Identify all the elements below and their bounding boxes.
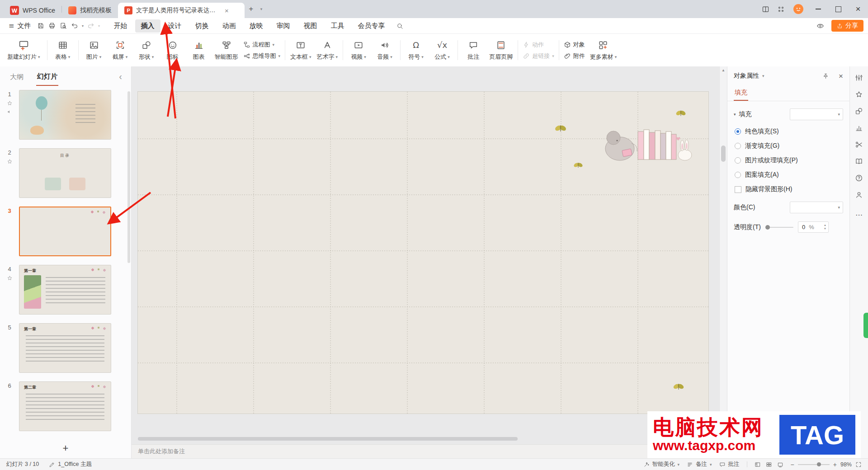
menu-tab-6[interactable]: 放映 <box>244 19 269 33</box>
close-panel-icon[interactable]: × <box>839 72 843 80</box>
menu-tab-1[interactable]: 开始 <box>108 19 133 33</box>
maximize-button[interactable] <box>828 0 848 18</box>
menu-tab-5[interactable]: 动画 <box>217 19 242 33</box>
fill-option-3[interactable]: 图片或纹理填充(P) <box>735 156 843 164</box>
ribbon-item-video[interactable]: 视频▾ <box>345 36 372 65</box>
zoom-in-button[interactable]: + <box>833 461 837 468</box>
fullscreen-icon[interactable] <box>855 461 862 468</box>
horizontal-scrollbar-thumb[interactable] <box>138 437 518 441</box>
zoom-slider[interactable] <box>798 464 830 465</box>
ribbon-item-table[interactable]: 表格▾ <box>50 36 76 65</box>
horizontal-scrollbar[interactable] <box>138 437 708 441</box>
redo-button[interactable] <box>85 20 97 32</box>
ribbon-item-audio[interactable]: 音频▾ <box>372 36 398 65</box>
ribbon-item-flowchart[interactable]: 流程图▾ <box>243 41 281 49</box>
ribbon-item-chart[interactable]: 图表 <box>186 36 212 65</box>
user-avatar[interactable] <box>793 4 804 14</box>
ribbon-item-textbox[interactable]: 文本框▾ <box>288 36 314 65</box>
beautify-button[interactable]: 智能美化 ▾ <box>643 461 680 468</box>
reading-view-button[interactable] <box>777 461 783 468</box>
minimize-button[interactable] <box>808 0 828 18</box>
ribbon-item-hyperlink[interactable]: 超链接▾ <box>523 52 554 60</box>
pin-icon[interactable] <box>822 73 829 80</box>
vertical-scrollbar-thumb[interactable] <box>721 146 726 162</box>
right-toolbar-scissors-icon[interactable] <box>855 141 863 149</box>
menu-tab-3[interactable]: 设计 <box>162 19 188 33</box>
color-dropdown[interactable] <box>790 202 843 213</box>
tab-outline[interactable]: 大纲 <box>9 68 24 85</box>
fill-option-1[interactable]: 纯色填充(S) <box>735 127 843 136</box>
ribbon-item-action[interactable]: 动作 <box>523 41 554 49</box>
apps-icon[interactable] <box>773 0 788 18</box>
document-tab[interactable]: P 文字是人类用符号记录表达信息以... × <box>118 3 245 18</box>
ribbon-item-symbol[interactable]: Ω符号▾ <box>403 36 429 65</box>
theme-button[interactable]: 1_Office 主题 <box>49 461 92 468</box>
slide-list-scrollbar[interactable] <box>127 91 130 263</box>
ribbon-item-screenshot[interactable]: 截屏▾ <box>107 36 133 65</box>
add-slide-button[interactable]: + <box>0 438 131 458</box>
menu-tab-7[interactable]: 审阅 <box>271 19 296 33</box>
hide-background-checkbox[interactable] <box>735 186 741 193</box>
menu-tab-9[interactable]: 工具 <box>325 19 350 33</box>
slide-thumbnail-1[interactable] <box>19 90 111 140</box>
window-layout-icon[interactable] <box>758 0 773 18</box>
right-toolbar-shapes-icon[interactable] <box>855 107 863 115</box>
right-toolbar-star-icon[interactable] <box>855 90 863 99</box>
close-document-tab-icon[interactable]: × <box>225 7 229 14</box>
right-toolbar-sliders-icon[interactable] <box>855 74 863 82</box>
ribbon-item-sticker[interactable]: 图标 <box>160 36 186 65</box>
slide-sorter-view-button[interactable] <box>766 461 772 468</box>
undo-button[interactable] <box>69 20 80 32</box>
section-collapse-icon[interactable]: ▾ <box>734 112 736 117</box>
fill-style-dropdown[interactable] <box>790 108 843 120</box>
menu-tab-8[interactable]: 视图 <box>298 19 323 33</box>
transparency-input[interactable]: 0 % ▲▼ <box>798 221 829 233</box>
save-button[interactable] <box>35 20 47 32</box>
fill-option-2[interactable]: 渐变填充(G) <box>735 142 843 150</box>
right-toolbar-more-icon[interactable]: ⋯ <box>855 211 863 219</box>
slide-editing-surface[interactable] <box>138 92 708 414</box>
ribbon-item-mindmap[interactable]: 思维导图▾ <box>243 52 281 60</box>
vertical-scrollbar[interactable]: ▲ ▼ <box>719 66 727 437</box>
search-button[interactable] <box>394 20 406 32</box>
ribbon-item-formula[interactable]: √x公式▾ <box>429 36 455 65</box>
ribbon-item-more-assets[interactable]: 更多素材▾ <box>587 36 620 65</box>
tab-slides[interactable]: 幻灯片 <box>36 67 58 86</box>
properties-title[interactable]: 对象属性 <box>734 72 759 80</box>
right-toolbar-user-icon[interactable] <box>855 191 863 199</box>
zoom-out-button[interactable]: − <box>791 461 794 468</box>
hide-background-checkbox-row[interactable]: 隐藏背景图形(H) <box>735 185 843 193</box>
collapse-panel-icon[interactable]: ‹ <box>119 72 122 81</box>
slide-thumbnail-5[interactable]: 第一章 <box>19 323 111 373</box>
ribbon-item-object[interactable]: 对象 <box>564 41 585 49</box>
print-preview-button[interactable] <box>58 20 69 32</box>
print-button[interactable] <box>47 20 58 32</box>
wps-home-tab[interactable]: W WPS Office <box>4 3 61 18</box>
tab-fill[interactable]: 填充 <box>734 85 748 101</box>
slide-thumbnail-2[interactable]: 目录 <box>19 148 111 198</box>
undo-dropdown-icon[interactable]: ▾ <box>80 24 85 28</box>
fill-option-4[interactable]: 图案填充(A) <box>735 171 843 179</box>
notes-button[interactable]: 备注 ▾ <box>687 461 712 468</box>
normal-view-button[interactable] <box>755 461 761 468</box>
menu-tab-4[interactable]: 切换 <box>189 19 215 33</box>
fill-section-header[interactable]: ▾ 填充 <box>734 108 843 120</box>
menu-tab-2-active[interactable]: 插入 <box>135 19 160 33</box>
properties-title-caret-icon[interactable]: ▾ <box>762 74 764 78</box>
ribbon-item-slide-plus[interactable]: 新建幻灯片▾ <box>3 36 45 65</box>
right-toolbar-help-icon[interactable] <box>855 174 863 182</box>
ribbon-item-wordart[interactable]: 艺术字▾ <box>314 36 341 65</box>
template-store-tab[interactable]: 找稻壳模板 <box>62 3 118 18</box>
slide-thumbnail-3[interactable] <box>19 207 111 256</box>
menu-tab-10[interactable]: 会员专享 <box>352 19 391 33</box>
ribbon-item-smartart[interactable]: 智能图形 <box>212 36 241 65</box>
redo-dropdown-icon[interactable]: ▾ <box>97 24 102 28</box>
share-button[interactable]: 分享 <box>831 20 863 32</box>
notes-bar[interactable]: 单击此处添加备注 <box>132 444 720 458</box>
transparency-slider[interactable] <box>766 227 793 228</box>
ribbon-item-attachment[interactable]: 附件 <box>564 52 585 60</box>
eye-protection-icon[interactable] <box>815 20 826 32</box>
right-toolbar-chart-mono-icon[interactable] <box>855 124 863 132</box>
close-window-button[interactable]: × <box>848 0 868 18</box>
right-toolbar-book-icon[interactable] <box>855 157 863 165</box>
